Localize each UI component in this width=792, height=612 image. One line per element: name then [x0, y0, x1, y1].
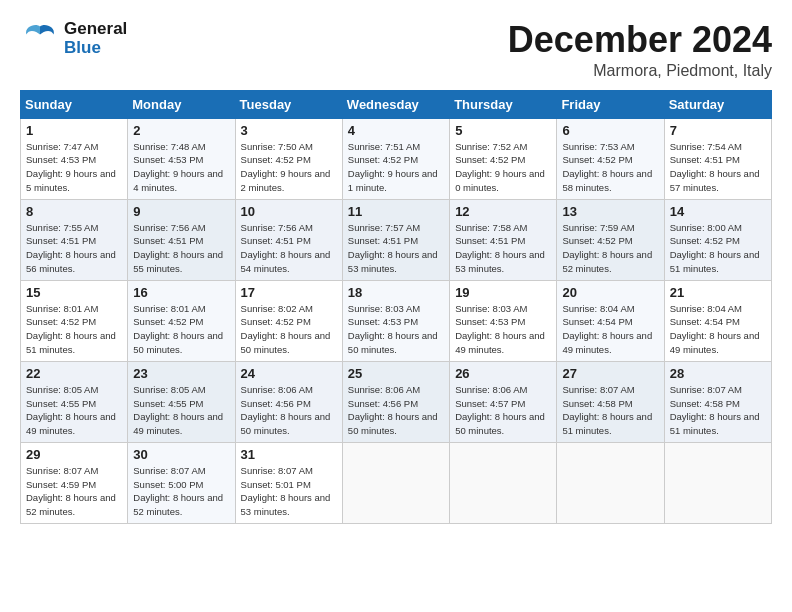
- day-number: 11: [348, 204, 444, 219]
- title-area: December 2024 Marmora, Piedmont, Italy: [508, 20, 772, 80]
- day-info: Sunrise: 8:06 AMSunset: 4:56 PMDaylight:…: [348, 383, 444, 438]
- weekday-header-monday: Monday: [128, 90, 235, 118]
- calendar-cell: 5Sunrise: 7:52 AMSunset: 4:52 PMDaylight…: [450, 118, 557, 199]
- calendar-cell: 6Sunrise: 7:53 AMSunset: 4:52 PMDaylight…: [557, 118, 664, 199]
- calendar-cell: 14Sunrise: 8:00 AMSunset: 4:52 PMDayligh…: [664, 199, 771, 280]
- day-info: Sunrise: 8:05 AMSunset: 4:55 PMDaylight:…: [133, 383, 229, 438]
- day-number: 29: [26, 447, 122, 462]
- calendar-cell: 13Sunrise: 7:59 AMSunset: 4:52 PMDayligh…: [557, 199, 664, 280]
- calendar-cell: 24Sunrise: 8:06 AMSunset: 4:56 PMDayligh…: [235, 361, 342, 442]
- day-info: Sunrise: 8:04 AMSunset: 4:54 PMDaylight:…: [670, 302, 766, 357]
- day-info: Sunrise: 8:07 AMSunset: 4:59 PMDaylight:…: [26, 464, 122, 519]
- location: Marmora, Piedmont, Italy: [508, 62, 772, 80]
- day-number: 17: [241, 285, 337, 300]
- day-info: Sunrise: 8:06 AMSunset: 4:56 PMDaylight:…: [241, 383, 337, 438]
- calendar-week-row: 22Sunrise: 8:05 AMSunset: 4:55 PMDayligh…: [21, 361, 772, 442]
- calendar-week-row: 1Sunrise: 7:47 AMSunset: 4:53 PMDaylight…: [21, 118, 772, 199]
- day-info: Sunrise: 8:02 AMSunset: 4:52 PMDaylight:…: [241, 302, 337, 357]
- day-number: 2: [133, 123, 229, 138]
- day-info: Sunrise: 8:05 AMSunset: 4:55 PMDaylight:…: [26, 383, 122, 438]
- day-info: Sunrise: 7:48 AMSunset: 4:53 PMDaylight:…: [133, 140, 229, 195]
- logo-text-blue: Blue: [64, 39, 127, 58]
- day-number: 9: [133, 204, 229, 219]
- calendar-cell: 11Sunrise: 7:57 AMSunset: 4:51 PMDayligh…: [342, 199, 449, 280]
- day-info: Sunrise: 7:58 AMSunset: 4:51 PMDaylight:…: [455, 221, 551, 276]
- day-info: Sunrise: 8:04 AMSunset: 4:54 PMDaylight:…: [562, 302, 658, 357]
- day-info: Sunrise: 8:03 AMSunset: 4:53 PMDaylight:…: [348, 302, 444, 357]
- day-number: 5: [455, 123, 551, 138]
- calendar-cell: 19Sunrise: 8:03 AMSunset: 4:53 PMDayligh…: [450, 280, 557, 361]
- day-number: 8: [26, 204, 122, 219]
- calendar-cell: 16Sunrise: 8:01 AMSunset: 4:52 PMDayligh…: [128, 280, 235, 361]
- day-number: 19: [455, 285, 551, 300]
- weekday-header-row: SundayMondayTuesdayWednesdayThursdayFrid…: [21, 90, 772, 118]
- calendar-cell: 29Sunrise: 8:07 AMSunset: 4:59 PMDayligh…: [21, 442, 128, 523]
- logo-text-general: General: [64, 20, 127, 39]
- day-info: Sunrise: 7:54 AMSunset: 4:51 PMDaylight:…: [670, 140, 766, 195]
- month-title: December 2024: [508, 20, 772, 60]
- day-number: 21: [670, 285, 766, 300]
- day-info: Sunrise: 8:01 AMSunset: 4:52 PMDaylight:…: [133, 302, 229, 357]
- weekday-header-friday: Friday: [557, 90, 664, 118]
- calendar-cell: 21Sunrise: 8:04 AMSunset: 4:54 PMDayligh…: [664, 280, 771, 361]
- day-info: Sunrise: 8:07 AMSunset: 5:01 PMDaylight:…: [241, 464, 337, 519]
- day-number: 3: [241, 123, 337, 138]
- day-info: Sunrise: 8:06 AMSunset: 4:57 PMDaylight:…: [455, 383, 551, 438]
- day-info: Sunrise: 7:47 AMSunset: 4:53 PMDaylight:…: [26, 140, 122, 195]
- calendar-cell: 15Sunrise: 8:01 AMSunset: 4:52 PMDayligh…: [21, 280, 128, 361]
- day-number: 20: [562, 285, 658, 300]
- day-number: 26: [455, 366, 551, 381]
- calendar-cell: 12Sunrise: 7:58 AMSunset: 4:51 PMDayligh…: [450, 199, 557, 280]
- calendar-cell: 17Sunrise: 8:02 AMSunset: 4:52 PMDayligh…: [235, 280, 342, 361]
- calendar-cell: [342, 442, 449, 523]
- weekday-header-tuesday: Tuesday: [235, 90, 342, 118]
- weekday-header-saturday: Saturday: [664, 90, 771, 118]
- calendar-cell: 4Sunrise: 7:51 AMSunset: 4:52 PMDaylight…: [342, 118, 449, 199]
- calendar-week-row: 15Sunrise: 8:01 AMSunset: 4:52 PMDayligh…: [21, 280, 772, 361]
- day-info: Sunrise: 8:07 AMSunset: 5:00 PMDaylight:…: [133, 464, 229, 519]
- day-number: 25: [348, 366, 444, 381]
- day-info: Sunrise: 8:03 AMSunset: 4:53 PMDaylight:…: [455, 302, 551, 357]
- day-number: 30: [133, 447, 229, 462]
- day-number: 7: [670, 123, 766, 138]
- calendar-cell: 2Sunrise: 7:48 AMSunset: 4:53 PMDaylight…: [128, 118, 235, 199]
- day-number: 6: [562, 123, 658, 138]
- day-number: 24: [241, 366, 337, 381]
- day-number: 22: [26, 366, 122, 381]
- calendar-cell: 28Sunrise: 8:07 AMSunset: 4:58 PMDayligh…: [664, 361, 771, 442]
- calendar-cell: 31Sunrise: 8:07 AMSunset: 5:01 PMDayligh…: [235, 442, 342, 523]
- day-number: 1: [26, 123, 122, 138]
- weekday-header-wednesday: Wednesday: [342, 90, 449, 118]
- calendar-cell: 26Sunrise: 8:06 AMSunset: 4:57 PMDayligh…: [450, 361, 557, 442]
- day-number: 27: [562, 366, 658, 381]
- day-info: Sunrise: 8:00 AMSunset: 4:52 PMDaylight:…: [670, 221, 766, 276]
- day-info: Sunrise: 7:56 AMSunset: 4:51 PMDaylight:…: [133, 221, 229, 276]
- day-number: 4: [348, 123, 444, 138]
- calendar-cell: 3Sunrise: 7:50 AMSunset: 4:52 PMDaylight…: [235, 118, 342, 199]
- day-number: 15: [26, 285, 122, 300]
- calendar-cell: 9Sunrise: 7:56 AMSunset: 4:51 PMDaylight…: [128, 199, 235, 280]
- calendar-table: SundayMondayTuesdayWednesdayThursdayFrid…: [20, 90, 772, 524]
- calendar-cell: [450, 442, 557, 523]
- day-info: Sunrise: 8:07 AMSunset: 4:58 PMDaylight:…: [670, 383, 766, 438]
- calendar-cell: 8Sunrise: 7:55 AMSunset: 4:51 PMDaylight…: [21, 199, 128, 280]
- day-info: Sunrise: 7:57 AMSunset: 4:51 PMDaylight:…: [348, 221, 444, 276]
- day-info: Sunrise: 7:52 AMSunset: 4:52 PMDaylight:…: [455, 140, 551, 195]
- day-info: Sunrise: 7:53 AMSunset: 4:52 PMDaylight:…: [562, 140, 658, 195]
- day-number: 18: [348, 285, 444, 300]
- day-info: Sunrise: 7:50 AMSunset: 4:52 PMDaylight:…: [241, 140, 337, 195]
- day-number: 31: [241, 447, 337, 462]
- logo-bird-icon: [20, 21, 60, 56]
- day-info: Sunrise: 7:51 AMSunset: 4:52 PMDaylight:…: [348, 140, 444, 195]
- calendar-cell: 30Sunrise: 8:07 AMSunset: 5:00 PMDayligh…: [128, 442, 235, 523]
- calendar-cell: 23Sunrise: 8:05 AMSunset: 4:55 PMDayligh…: [128, 361, 235, 442]
- calendar-cell: [557, 442, 664, 523]
- calendar-cell: 1Sunrise: 7:47 AMSunset: 4:53 PMDaylight…: [21, 118, 128, 199]
- day-info: Sunrise: 7:55 AMSunset: 4:51 PMDaylight:…: [26, 221, 122, 276]
- logo: General Blue: [20, 20, 127, 57]
- calendar-week-row: 29Sunrise: 8:07 AMSunset: 4:59 PMDayligh…: [21, 442, 772, 523]
- calendar-cell: 20Sunrise: 8:04 AMSunset: 4:54 PMDayligh…: [557, 280, 664, 361]
- day-info: Sunrise: 7:56 AMSunset: 4:51 PMDaylight:…: [241, 221, 337, 276]
- calendar-cell: 22Sunrise: 8:05 AMSunset: 4:55 PMDayligh…: [21, 361, 128, 442]
- day-number: 23: [133, 366, 229, 381]
